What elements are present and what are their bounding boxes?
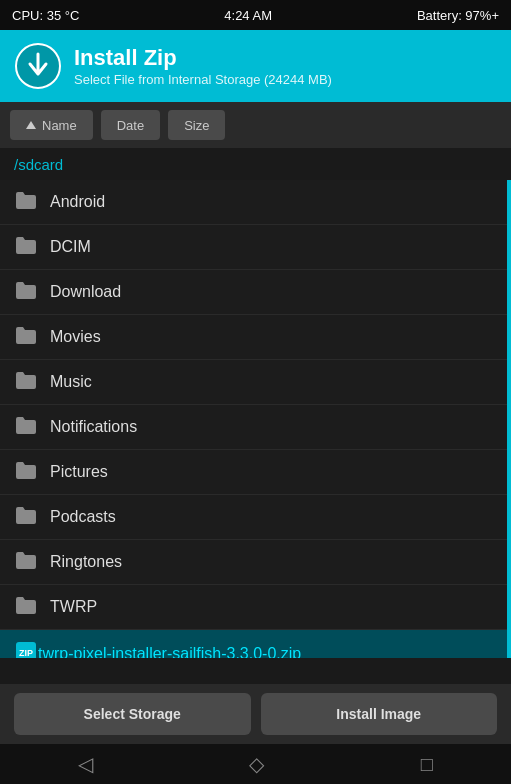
install-image-button[interactable]: Install Image	[261, 693, 498, 735]
header: Install Zip Select File from Internal St…	[0, 30, 511, 102]
file-name: Movies	[50, 328, 101, 346]
status-bar: CPU: 35 °C 4:24 AM Battery: 97%+	[0, 0, 511, 30]
folder-icon	[14, 325, 50, 349]
current-path: /sdcard	[14, 156, 63, 173]
file-name: Notifications	[50, 418, 137, 436]
cpu-status: CPU: 35 °C	[12, 8, 79, 23]
select-storage-button[interactable]: Select Storage	[14, 693, 251, 735]
svg-text:ZIP: ZIP	[19, 648, 33, 658]
nav-bar: ◁ ◇ □	[0, 744, 511, 784]
list-item[interactable]: Music	[0, 360, 507, 405]
time-status: 4:24 AM	[224, 8, 272, 23]
date-label: Date	[117, 118, 144, 133]
folder-icon	[14, 370, 50, 394]
list-item[interactable]: Download	[0, 270, 507, 315]
folder-icon	[14, 460, 50, 484]
list-item[interactable]: Android	[0, 180, 507, 225]
list-item[interactable]: DCIM	[0, 225, 507, 270]
list-item[interactable]: Pictures	[0, 450, 507, 495]
battery-status: Battery: 97%+	[417, 8, 499, 23]
path-bar: /sdcard	[0, 148, 511, 180]
file-name: Download	[50, 283, 121, 301]
page-title: Install Zip	[74, 45, 332, 71]
file-name: Music	[50, 373, 92, 391]
file-name: Ringtones	[50, 553, 122, 571]
back-button[interactable]: Name	[10, 110, 93, 140]
list-item[interactable]: Notifications	[0, 405, 507, 450]
recents-nav-icon[interactable]: □	[421, 753, 433, 776]
file-name: twrp-pixel-installer-sailfish-3.3.0-0.zi…	[38, 645, 301, 658]
list-item[interactable]: TWRP	[0, 585, 507, 630]
back-nav-icon[interactable]: ◁	[78, 752, 93, 776]
file-name: Pictures	[50, 463, 108, 481]
toolbar: Name Date Size	[0, 102, 511, 148]
folder-icon	[14, 235, 50, 259]
size-sort-button[interactable]: Size	[168, 110, 225, 140]
file-name: Podcasts	[50, 508, 116, 526]
file-list[interactable]: Android DCIM Download Movies Music Notif…	[0, 180, 511, 658]
folder-icon	[14, 505, 50, 529]
back-label: Name	[42, 118, 77, 133]
home-nav-icon[interactable]: ◇	[249, 752, 264, 776]
folder-icon	[14, 190, 50, 214]
list-item[interactable]: Movies	[0, 315, 507, 360]
header-text: Install Zip Select File from Internal St…	[74, 45, 332, 86]
bottom-bar: Select Storage Install Image	[0, 684, 511, 744]
back-arrow-icon	[26, 121, 36, 129]
folder-icon	[14, 550, 50, 574]
page-subtitle: Select File from Internal Storage (24244…	[74, 72, 332, 87]
folder-icon	[14, 280, 50, 304]
list-item[interactable]: ZIP twrp-pixel-installer-sailfish-3.3.0-…	[0, 630, 507, 658]
list-item[interactable]: Ringtones	[0, 540, 507, 585]
install-zip-icon	[14, 42, 62, 90]
file-name: DCIM	[50, 238, 91, 256]
folder-icon	[14, 415, 50, 439]
list-item[interactable]: Podcasts	[0, 495, 507, 540]
file-name: Android	[50, 193, 105, 211]
date-sort-button[interactable]: Date	[101, 110, 160, 140]
zip-icon: ZIP	[14, 640, 38, 658]
folder-icon	[14, 595, 50, 619]
file-name: TWRP	[50, 598, 97, 616]
size-label: Size	[184, 118, 209, 133]
